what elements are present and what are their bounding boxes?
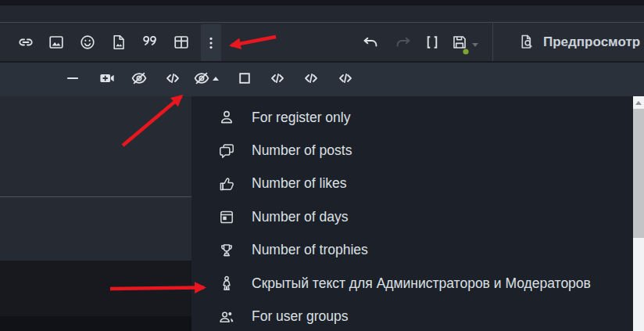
- code-icon: [336, 69, 355, 88]
- menu-item-admin-moderator-hidden-text[interactable]: Скрытый текст для Администраторов и Моде…: [191, 267, 633, 300]
- menu-item-label: For user groups: [252, 308, 349, 325]
- video-plus-icon: [98, 69, 116, 88]
- draft-saved-status-dot: [463, 49, 469, 55]
- user-icon: [218, 109, 235, 126]
- user-group-icon: [218, 308, 235, 326]
- menu-item-for-register-only[interactable]: For register only: [191, 101, 633, 134]
- menu-item-number-of-posts[interactable]: Number of posts: [191, 134, 633, 167]
- menu-item-number-of-days[interactable]: Number of days: [191, 200, 633, 233]
- window-top-strip: [0, 0, 644, 5]
- quote-icon: [141, 33, 159, 52]
- trophy-icon: [218, 242, 235, 259]
- insert-video-button[interactable]: [97, 68, 117, 88]
- content-panel: [0, 96, 191, 196]
- eye-off-icon: [130, 69, 148, 88]
- scrollbar-thumb[interactable]: [633, 109, 644, 238]
- hidden-text-dropdown-menu: For register only Number of posts Number…: [191, 96, 633, 331]
- brackets-icon: [423, 33, 442, 52]
- code-button-1[interactable]: [163, 68, 183, 88]
- menu-item-label: Скрытый текст для Администраторов и Моде…: [252, 275, 591, 292]
- thumb-up-icon: [218, 175, 235, 192]
- insert-link-button[interactable]: [16, 32, 36, 52]
- more-vertical-icon: [202, 34, 220, 52]
- menu-item-label: Number of days: [252, 209, 349, 225]
- code-icon: [268, 69, 287, 88]
- undo-button[interactable]: [360, 32, 381, 52]
- code-icon: [163, 69, 182, 88]
- redo-button: [393, 32, 413, 52]
- scroll-up-arrow-icon: [635, 101, 642, 105]
- code-button-4[interactable]: [335, 68, 356, 88]
- save-menu-caret-icon[interactable]: [472, 43, 478, 47]
- horizontal-line-button[interactable]: [63, 68, 83, 88]
- menu-item-number-of-likes[interactable]: Number of likes: [191, 167, 633, 200]
- menu-item-label: Number of likes: [252, 175, 347, 192]
- comments-icon: [218, 142, 235, 160]
- calendar-icon: [218, 208, 235, 225]
- table-icon: [172, 33, 191, 52]
- insert-image-button[interactable]: [46, 32, 66, 52]
- insert-table-button[interactable]: [171, 32, 191, 52]
- quote-button[interactable]: [140, 32, 160, 52]
- minus-icon: [63, 69, 82, 88]
- hidden-text-menu-button[interactable]: [188, 68, 223, 88]
- menu-item-number-of-trophies[interactable]: Number of trophies: [191, 234, 633, 267]
- link-icon: [16, 33, 35, 52]
- more-options-button[interactable]: [201, 24, 221, 61]
- eye-off-menu-icon: [192, 69, 211, 88]
- code-button-3[interactable]: [301, 68, 321, 88]
- document-search-icon: [517, 32, 536, 52]
- code-icon: [302, 69, 320, 88]
- smilies-button[interactable]: [77, 32, 98, 52]
- person-standing-icon: [218, 275, 235, 292]
- scrollbar-up-button[interactable]: [633, 96, 644, 109]
- content-footer-band: [0, 316, 191, 331]
- bbcode-brackets-button[interactable]: [422, 32, 442, 52]
- media-file-icon: [109, 33, 128, 52]
- square-icon: [235, 69, 254, 88]
- caret-up-icon: [213, 77, 219, 81]
- editor-top-bar: [0, 5, 644, 22]
- menu-item-label: Number of trophies: [252, 242, 368, 258]
- redo-icon: [394, 33, 413, 52]
- content-panel: [0, 197, 191, 261]
- block-button[interactable]: [234, 68, 255, 88]
- preview-button[interactable]: Предпросмотр: [493, 23, 644, 61]
- code-button-2[interactable]: [267, 68, 288, 88]
- menu-item-for-user-groups[interactable]: For user groups: [191, 300, 633, 331]
- menu-item-label: Number of posts: [252, 142, 352, 159]
- hidden-text-button[interactable]: [129, 68, 149, 88]
- preview-button-label: Предпросмотр: [543, 34, 640, 50]
- smiley-icon: [78, 33, 97, 52]
- insert-media-button[interactable]: [109, 32, 129, 52]
- menu-item-label: For register only: [252, 110, 350, 126]
- editor-content-area[interactable]: [0, 96, 191, 331]
- image-icon: [47, 33, 66, 52]
- undo-icon: [361, 33, 380, 52]
- vertical-scrollbar[interactable]: [633, 96, 644, 331]
